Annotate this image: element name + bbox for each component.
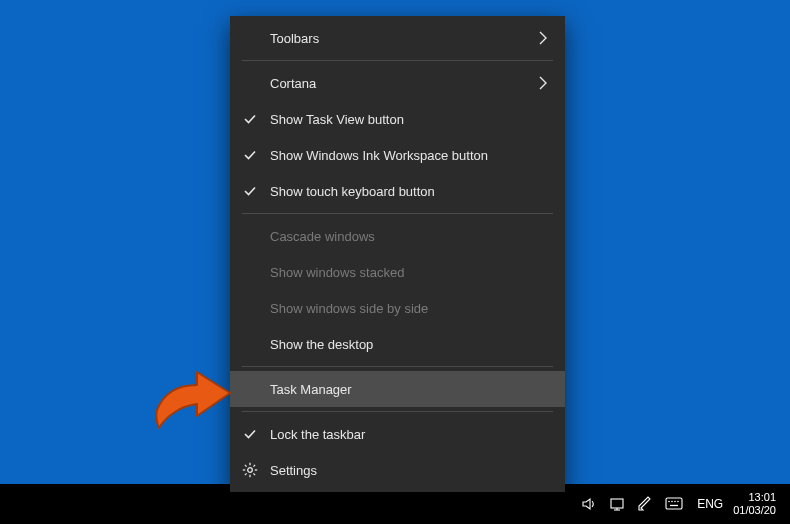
menu-separator [242, 366, 553, 367]
menu-label-toolbars: Toolbars [270, 31, 535, 46]
menu-label-settings: Settings [270, 463, 551, 478]
network-icon[interactable] [609, 496, 625, 512]
desktop: Toolbars Cortana Show Task View button S… [0, 0, 790, 524]
clock[interactable]: 13:01 01/03/20 [729, 491, 782, 517]
svg-point-0 [248, 468, 253, 473]
menu-label-show-ink-workspace: Show Windows Ink Workspace button [270, 148, 551, 163]
taskbar-context-menu: Toolbars Cortana Show Task View button S… [230, 16, 565, 492]
menu-item-toolbars[interactable]: Toolbars [230, 20, 565, 56]
menu-label-show-windows-stacked: Show windows stacked [270, 265, 551, 280]
clock-time: 13:01 [748, 491, 776, 504]
check-icon [230, 148, 270, 162]
gear-icon [230, 462, 270, 478]
svg-rect-9 [611, 499, 623, 508]
chevron-right-icon [535, 76, 551, 90]
menu-item-show-windows-side-by-side: Show windows side by side [230, 290, 565, 326]
menu-item-show-windows-stacked: Show windows stacked [230, 254, 565, 290]
clock-date: 01/03/20 [733, 504, 776, 517]
volume-icon[interactable] [581, 496, 597, 512]
menu-item-show-task-view[interactable]: Show Task View button [230, 101, 565, 137]
menu-label-show-touch-keyboard: Show touch keyboard button [270, 184, 551, 199]
menu-item-lock-the-taskbar[interactable]: Lock the taskbar [230, 416, 565, 452]
menu-item-cortana[interactable]: Cortana [230, 65, 565, 101]
menu-label-show-windows-side-by-side: Show windows side by side [270, 301, 551, 316]
menu-label-task-manager: Task Manager [270, 382, 551, 397]
check-icon [230, 184, 270, 198]
ink-workspace-icon[interactable] [637, 496, 653, 512]
menu-label-lock-the-taskbar: Lock the taskbar [270, 427, 551, 442]
touch-keyboard-icon[interactable] [665, 497, 683, 511]
svg-rect-12 [666, 498, 682, 509]
menu-item-task-manager[interactable]: Task Manager [230, 371, 565, 407]
menu-separator [242, 213, 553, 214]
menu-label-show-the-desktop: Show the desktop [270, 337, 551, 352]
menu-label-cascade-windows: Cascade windows [270, 229, 551, 244]
svg-line-7 [245, 473, 247, 475]
arrow-callout-icon [145, 368, 240, 442]
menu-item-show-touch-keyboard[interactable]: Show touch keyboard button [230, 173, 565, 209]
system-tray [581, 496, 691, 512]
menu-label-show-task-view: Show Task View button [270, 112, 551, 127]
language-indicator[interactable]: ENG [691, 497, 729, 511]
menu-item-cascade-windows: Cascade windows [230, 218, 565, 254]
check-icon [230, 112, 270, 126]
menu-separator [242, 60, 553, 61]
svg-line-6 [253, 473, 255, 475]
menu-separator [242, 411, 553, 412]
menu-item-settings[interactable]: Settings [230, 452, 565, 488]
menu-item-show-the-desktop[interactable]: Show the desktop [230, 326, 565, 362]
menu-item-show-ink-workspace[interactable]: Show Windows Ink Workspace button [230, 137, 565, 173]
svg-line-8 [253, 465, 255, 467]
menu-label-cortana: Cortana [270, 76, 535, 91]
chevron-right-icon [535, 31, 551, 45]
svg-line-5 [245, 465, 247, 467]
